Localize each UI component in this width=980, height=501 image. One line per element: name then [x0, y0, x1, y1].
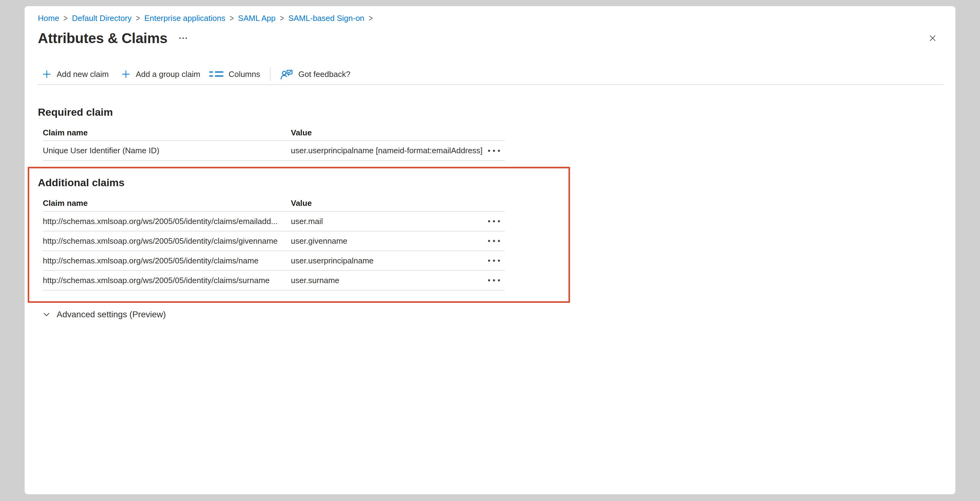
claim-value-cell: user.userprincipalname [nameid-format:em… [291, 146, 483, 156]
plus-icon [42, 69, 52, 79]
columns-label: Columns [229, 70, 260, 79]
row-more-options-button[interactable] [487, 258, 501, 264]
column-header-claim-name: Claim name [43, 199, 291, 208]
title-more-options-button[interactable] [177, 33, 190, 43]
ellipsis-icon [488, 150, 500, 152]
table-row: http://schemas.xmlsoap.org/ws/2005/05/id… [43, 231, 505, 251]
chevron-down-icon [42, 310, 51, 319]
required-claim-heading: Required claim [38, 105, 113, 119]
feedback-icon [280, 68, 293, 81]
claim-value-cell: user.mail [291, 217, 483, 226]
claim-value-cell: user.surname [291, 276, 483, 285]
ellipsis-icon [488, 279, 500, 282]
got-feedback-button[interactable]: Got feedback? [280, 68, 350, 81]
required-claim-table: Claim name Value Unique User Identifier … [43, 125, 505, 161]
advanced-settings-toggle[interactable]: Advanced settings (Preview) [42, 308, 166, 321]
breadcrumb-separator-icon: > [136, 13, 140, 23]
breadcrumb-separator-icon: > [280, 13, 284, 23]
row-more-options-button[interactable] [487, 148, 501, 154]
table-row: http://schemas.xmlsoap.org/ws/2005/05/id… [43, 251, 505, 271]
column-header-claim-name: Claim name [43, 128, 291, 138]
got-feedback-label: Got feedback? [298, 70, 350, 79]
breadcrumb-link-enterprise-applications[interactable]: Enterprise applications [144, 14, 225, 23]
ellipsis-icon [488, 220, 500, 223]
breadcrumb: Home > Default Directory > Enterprise ap… [38, 13, 377, 23]
additional-claims-heading: Additional claims [38, 176, 125, 189]
plus-icon [121, 69, 131, 79]
claim-name-cell: http://schemas.xmlsoap.org/ws/2005/05/id… [43, 217, 291, 226]
row-more-options-button[interactable] [487, 218, 501, 224]
add-new-claim-button[interactable]: Add new claim [42, 69, 109, 79]
breadcrumb-link-saml-based-sign-on[interactable]: SAML-based Sign-on [288, 14, 364, 23]
claim-name-cell: http://schemas.xmlsoap.org/ws/2005/05/id… [43, 256, 291, 266]
attributes-claims-panel: Home > Default Directory > Enterprise ap… [25, 6, 955, 494]
toolbar-rule [38, 84, 943, 85]
close-icon [928, 33, 937, 43]
advanced-settings-label: Advanced settings (Preview) [57, 310, 166, 320]
toolbar-divider [270, 67, 270, 81]
page-title: Attributes & Claims [38, 30, 167, 47]
breadcrumb-separator-icon: > [64, 13, 67, 23]
claim-value-cell: user.userprincipalname [291, 256, 483, 266]
add-new-claim-label: Add new claim [57, 70, 109, 79]
ellipsis-icon [179, 37, 187, 39]
close-button[interactable] [925, 31, 940, 46]
breadcrumb-link-saml-app[interactable]: SAML App [238, 14, 275, 23]
claim-name-cell: http://schemas.xmlsoap.org/ws/2005/05/id… [43, 276, 291, 285]
column-header-value: Value [291, 199, 483, 208]
ellipsis-icon [488, 259, 500, 262]
breadcrumb-link-default-directory[interactable]: Default Directory [72, 14, 132, 23]
table-row: Unique User Identifier (Name ID) user.us… [43, 141, 505, 161]
column-header-value: Value [291, 128, 483, 138]
page-background: Home > Default Directory > Enterprise ap… [0, 0, 980, 501]
required-claim-table-header: Claim name Value [43, 125, 505, 141]
claim-value-cell: user.givenname [291, 236, 483, 246]
additional-claims-table-header: Claim name Value [43, 196, 505, 212]
add-group-claim-button[interactable]: Add a group claim [121, 69, 200, 79]
breadcrumb-separator-icon: > [369, 13, 373, 23]
columns-icon [209, 69, 224, 80]
breadcrumb-separator-icon: > [230, 13, 234, 23]
ellipsis-icon [488, 240, 500, 242]
row-more-options-button[interactable] [487, 238, 501, 244]
additional-claims-table: Claim name Value http://schemas.xmlsoap.… [43, 196, 505, 291]
command-bar: Add new claim Add a group claim Columns [42, 67, 350, 81]
row-more-options-button[interactable] [487, 277, 501, 283]
columns-button[interactable]: Columns [209, 69, 260, 80]
claim-name-cell: Unique User Identifier (Name ID) [43, 146, 291, 156]
add-group-claim-label: Add a group claim [136, 70, 200, 79]
table-row: http://schemas.xmlsoap.org/ws/2005/05/id… [43, 212, 505, 231]
breadcrumb-link-home[interactable]: Home [38, 14, 59, 23]
claim-name-cell: http://schemas.xmlsoap.org/ws/2005/05/id… [43, 236, 291, 246]
table-row: http://schemas.xmlsoap.org/ws/2005/05/id… [43, 271, 505, 291]
